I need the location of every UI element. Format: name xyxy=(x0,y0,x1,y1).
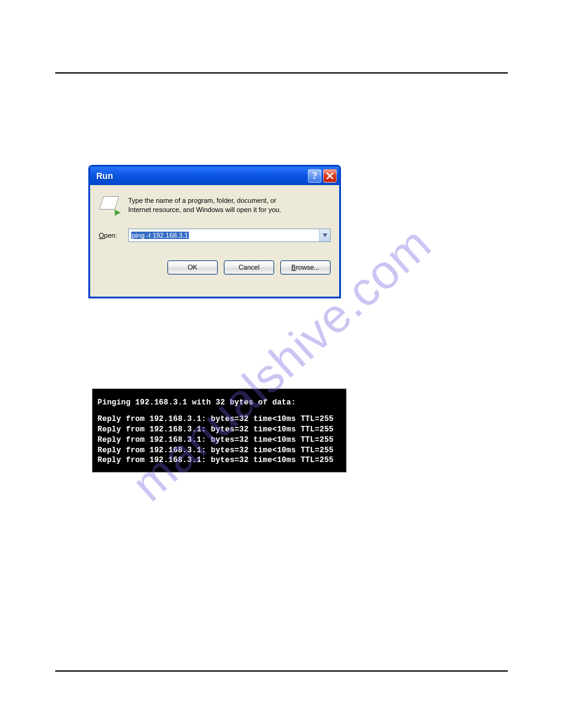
console-line: Reply from 192.168.3.1: bytes=32 time<10… xyxy=(98,414,341,425)
button-row: OK Cancel Browse... xyxy=(99,260,331,275)
console-line: Reply from 192.168.3.1: bytes=32 time<10… xyxy=(98,425,341,435)
console-line: Reply from 192.168.3.1: bytes=32 time<10… xyxy=(98,446,341,456)
console-line: Reply from 192.168.3.1: bytes=32 time<10… xyxy=(98,435,341,446)
description-row: Type the name of a program, folder, docu… xyxy=(99,196,331,215)
description-text: Type the name of a program, folder, docu… xyxy=(128,196,281,215)
open-input[interactable]: ping -t 192.168.3.1 xyxy=(129,229,319,241)
console-line: Reply from 192.168.3.1: bytes=32 time<10… xyxy=(98,455,341,466)
chevron-down-icon xyxy=(323,233,327,237)
dialog-body: Type the name of a program, folder, docu… xyxy=(90,185,339,283)
combobox-dropdown-button[interactable] xyxy=(319,229,330,241)
open-label: Open: xyxy=(99,232,128,239)
horizontal-rule-bottom xyxy=(55,670,508,672)
command-output: Pinging 192.168.3.1 with 32 bytes of dat… xyxy=(92,389,347,472)
close-icon xyxy=(326,172,334,180)
window-title: Run xyxy=(96,171,306,181)
title-bar[interactable]: Run ? xyxy=(90,167,339,185)
browse-button[interactable]: Browse... xyxy=(280,260,331,275)
help-button[interactable]: ? xyxy=(308,169,321,183)
ok-button[interactable]: OK xyxy=(167,260,218,275)
run-dialog: Run ? Type the name of a program, folder… xyxy=(88,165,341,298)
description-line-1: Type the name of a program, folder, docu… xyxy=(128,196,281,205)
cancel-button[interactable]: Cancel xyxy=(224,260,274,275)
open-row: Open: ping -t 192.168.3.1 xyxy=(99,229,331,242)
description-line-2: Internet resource, and Windows will open… xyxy=(128,205,281,214)
open-combobox[interactable]: ping -t 192.168.3.1 xyxy=(128,229,331,242)
horizontal-rule-top xyxy=(55,72,508,74)
console-header: Pinging 192.168.3.1 with 32 bytes of dat… xyxy=(98,398,341,408)
close-button[interactable] xyxy=(323,169,337,183)
run-icon xyxy=(99,196,120,214)
